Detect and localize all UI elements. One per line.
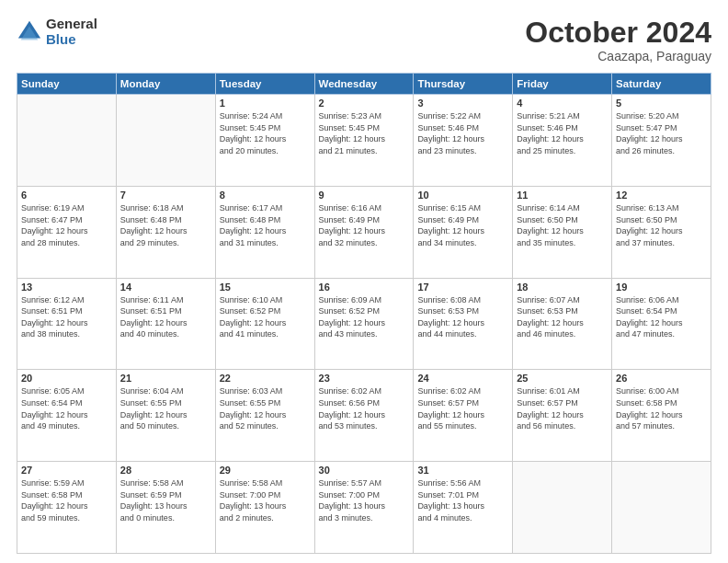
logo-icon bbox=[17, 19, 42, 45]
calendar-cell: 16Sunrise: 6:09 AMSunset: 6:52 PMDayligh… bbox=[314, 278, 414, 370]
month-title: October 2024 bbox=[525, 17, 711, 49]
calendar-cell: 21Sunrise: 6:04 AMSunset: 6:55 PMDayligh… bbox=[116, 370, 215, 462]
calendar-cell: 7Sunrise: 6:18 AMSunset: 6:48 PMDaylight… bbox=[116, 186, 215, 278]
day-number: 3 bbox=[417, 98, 508, 109]
day-number: 7 bbox=[120, 190, 211, 201]
calendar-cell: 30Sunrise: 5:57 AMSunset: 7:00 PMDayligh… bbox=[314, 462, 414, 554]
cell-daylight-info: Sunrise: 5:57 AMSunset: 7:00 PMDaylight:… bbox=[319, 477, 410, 523]
calendar-cell: 17Sunrise: 6:08 AMSunset: 6:53 PMDayligh… bbox=[414, 278, 513, 370]
calendar-cell: 20Sunrise: 6:05 AMSunset: 6:54 PMDayligh… bbox=[17, 370, 117, 462]
calendar-cell: 8Sunrise: 6:17 AMSunset: 6:48 PMDaylight… bbox=[215, 186, 314, 278]
calendar-cell: 15Sunrise: 6:10 AMSunset: 6:52 PMDayligh… bbox=[215, 278, 314, 370]
calendar-week-row: 20Sunrise: 6:05 AMSunset: 6:54 PMDayligh… bbox=[17, 370, 711, 462]
day-number: 22 bbox=[220, 373, 311, 384]
day-number: 8 bbox=[220, 190, 311, 201]
calendar-day-header: Thursday bbox=[414, 74, 513, 95]
logo: General Blue bbox=[17, 17, 97, 47]
calendar-day-header: Sunday bbox=[17, 74, 117, 95]
calendar-cell bbox=[17, 95, 117, 187]
calendar-cell bbox=[116, 95, 215, 187]
cell-daylight-info: Sunrise: 6:09 AMSunset: 6:52 PMDaylight:… bbox=[319, 294, 410, 340]
calendar-header-row: SundayMondayTuesdayWednesdayThursdayFrid… bbox=[17, 74, 711, 95]
cell-daylight-info: Sunrise: 6:06 AMSunset: 6:54 PMDaylight:… bbox=[616, 294, 707, 340]
calendar-cell: 5Sunrise: 5:20 AMSunset: 5:47 PMDaylight… bbox=[612, 95, 711, 187]
calendar-cell: 28Sunrise: 5:58 AMSunset: 6:59 PMDayligh… bbox=[116, 462, 215, 554]
cell-daylight-info: Sunrise: 5:23 AMSunset: 5:45 PMDaylight:… bbox=[319, 110, 410, 156]
cell-daylight-info: Sunrise: 6:14 AMSunset: 6:50 PMDaylight:… bbox=[517, 202, 608, 248]
day-number: 16 bbox=[319, 282, 410, 293]
day-number: 31 bbox=[417, 465, 508, 476]
calendar-cell: 19Sunrise: 6:06 AMSunset: 6:54 PMDayligh… bbox=[612, 278, 711, 370]
day-number: 26 bbox=[616, 373, 707, 384]
day-number: 2 bbox=[319, 98, 410, 109]
calendar-cell: 4Sunrise: 5:21 AMSunset: 5:46 PMDaylight… bbox=[513, 95, 612, 187]
calendar-week-row: 13Sunrise: 6:12 AMSunset: 6:51 PMDayligh… bbox=[17, 278, 711, 370]
calendar-cell: 6Sunrise: 6:19 AMSunset: 6:47 PMDaylight… bbox=[17, 186, 117, 278]
calendar-cell: 22Sunrise: 6:03 AMSunset: 6:55 PMDayligh… bbox=[215, 370, 314, 462]
cell-daylight-info: Sunrise: 6:13 AMSunset: 6:50 PMDaylight:… bbox=[616, 202, 707, 248]
day-number: 9 bbox=[319, 190, 410, 201]
cell-daylight-info: Sunrise: 5:22 AMSunset: 5:46 PMDaylight:… bbox=[417, 110, 508, 156]
cell-daylight-info: Sunrise: 5:56 AMSunset: 7:01 PMDaylight:… bbox=[417, 477, 508, 523]
day-number: 14 bbox=[120, 282, 211, 293]
cell-daylight-info: Sunrise: 6:03 AMSunset: 6:55 PMDaylight:… bbox=[220, 385, 311, 431]
calendar-cell: 9Sunrise: 6:16 AMSunset: 6:49 PMDaylight… bbox=[314, 186, 414, 278]
cell-daylight-info: Sunrise: 6:12 AMSunset: 6:51 PMDaylight:… bbox=[21, 294, 112, 340]
calendar-cell: 12Sunrise: 6:13 AMSunset: 6:50 PMDayligh… bbox=[612, 186, 711, 278]
day-number: 10 bbox=[417, 190, 508, 201]
header: General Blue October 2024 Caazapa, Parag… bbox=[17, 17, 711, 63]
day-number: 21 bbox=[120, 373, 211, 384]
cell-daylight-info: Sunrise: 6:19 AMSunset: 6:47 PMDaylight:… bbox=[21, 202, 112, 248]
day-number: 13 bbox=[21, 282, 112, 293]
calendar-day-header: Friday bbox=[513, 74, 612, 95]
calendar-cell: 26Sunrise: 6:00 AMSunset: 6:58 PMDayligh… bbox=[612, 370, 711, 462]
day-number: 20 bbox=[21, 373, 112, 384]
calendar-cell: 27Sunrise: 5:59 AMSunset: 6:58 PMDayligh… bbox=[17, 462, 117, 554]
calendar-cell: 3Sunrise: 5:22 AMSunset: 5:46 PMDaylight… bbox=[414, 95, 513, 187]
cell-daylight-info: Sunrise: 6:02 AMSunset: 6:56 PMDaylight:… bbox=[319, 385, 410, 431]
day-number: 29 bbox=[220, 465, 311, 476]
cell-daylight-info: Sunrise: 6:15 AMSunset: 6:49 PMDaylight:… bbox=[417, 202, 508, 248]
cell-daylight-info: Sunrise: 5:21 AMSunset: 5:46 PMDaylight:… bbox=[517, 110, 608, 156]
cell-daylight-info: Sunrise: 6:18 AMSunset: 6:48 PMDaylight:… bbox=[120, 202, 211, 248]
calendar-cell: 13Sunrise: 6:12 AMSunset: 6:51 PMDayligh… bbox=[17, 278, 117, 370]
calendar-cell: 31Sunrise: 5:56 AMSunset: 7:01 PMDayligh… bbox=[414, 462, 513, 554]
cell-daylight-info: Sunrise: 5:59 AMSunset: 6:58 PMDaylight:… bbox=[21, 477, 112, 523]
day-number: 27 bbox=[21, 465, 112, 476]
calendar-cell bbox=[612, 462, 711, 554]
cell-daylight-info: Sunrise: 6:05 AMSunset: 6:54 PMDaylight:… bbox=[21, 385, 112, 431]
logo-blue-text: Blue bbox=[46, 32, 97, 48]
day-number: 12 bbox=[616, 190, 707, 201]
calendar-cell: 24Sunrise: 6:02 AMSunset: 6:57 PMDayligh… bbox=[414, 370, 513, 462]
day-number: 6 bbox=[21, 190, 112, 201]
day-number: 15 bbox=[220, 282, 311, 293]
calendar-cell: 10Sunrise: 6:15 AMSunset: 6:49 PMDayligh… bbox=[414, 186, 513, 278]
calendar-week-row: 6Sunrise: 6:19 AMSunset: 6:47 PMDaylight… bbox=[17, 186, 711, 278]
cell-daylight-info: Sunrise: 6:01 AMSunset: 6:57 PMDaylight:… bbox=[517, 385, 608, 431]
cell-daylight-info: Sunrise: 5:58 AMSunset: 6:59 PMDaylight:… bbox=[120, 477, 211, 523]
logo-general-text: General bbox=[46, 17, 97, 32]
calendar-table: SundayMondayTuesdayWednesdayThursdayFrid… bbox=[17, 73, 711, 554]
cell-daylight-info: Sunrise: 6:07 AMSunset: 6:53 PMDaylight:… bbox=[517, 294, 608, 340]
cell-daylight-info: Sunrise: 6:11 AMSunset: 6:51 PMDaylight:… bbox=[120, 294, 211, 340]
page: General Blue October 2024 Caazapa, Parag… bbox=[0, 0, 728, 563]
day-number: 19 bbox=[616, 282, 707, 293]
day-number: 18 bbox=[517, 282, 608, 293]
calendar-cell: 23Sunrise: 6:02 AMSunset: 6:56 PMDayligh… bbox=[314, 370, 414, 462]
calendar-day-header: Saturday bbox=[612, 74, 711, 95]
day-number: 17 bbox=[417, 282, 508, 293]
title-block: October 2024 Caazapa, Paraguay bbox=[525, 17, 711, 63]
cell-daylight-info: Sunrise: 5:24 AMSunset: 5:45 PMDaylight:… bbox=[220, 110, 311, 156]
day-number: 28 bbox=[120, 465, 211, 476]
cell-daylight-info: Sunrise: 5:20 AMSunset: 5:47 PMDaylight:… bbox=[616, 110, 707, 156]
calendar-day-header: Tuesday bbox=[215, 74, 314, 95]
calendar-cell: 25Sunrise: 6:01 AMSunset: 6:57 PMDayligh… bbox=[513, 370, 612, 462]
cell-daylight-info: Sunrise: 6:00 AMSunset: 6:58 PMDaylight:… bbox=[616, 385, 707, 431]
day-number: 25 bbox=[517, 373, 608, 384]
calendar-week-row: 27Sunrise: 5:59 AMSunset: 6:58 PMDayligh… bbox=[17, 462, 711, 554]
cell-daylight-info: Sunrise: 6:10 AMSunset: 6:52 PMDaylight:… bbox=[220, 294, 311, 340]
cell-daylight-info: Sunrise: 6:08 AMSunset: 6:53 PMDaylight:… bbox=[417, 294, 508, 340]
day-number: 23 bbox=[319, 373, 410, 384]
calendar-week-row: 1Sunrise: 5:24 AMSunset: 5:45 PMDaylight… bbox=[17, 95, 711, 187]
day-number: 4 bbox=[517, 98, 608, 109]
